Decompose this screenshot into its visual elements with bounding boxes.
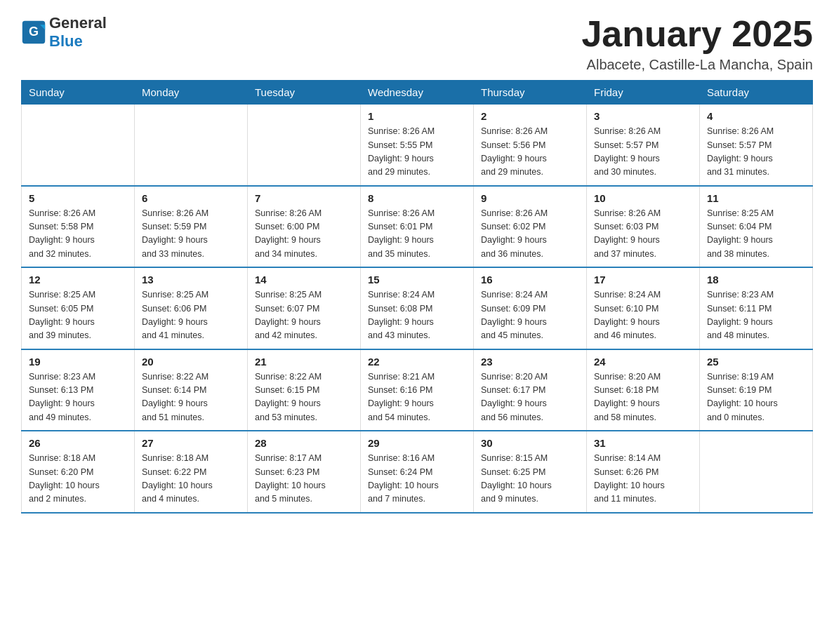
day-number: 19 bbox=[29, 356, 127, 368]
calendar-header: SundayMondayTuesdayWednesdayThursdayFrid… bbox=[22, 81, 813, 105]
calendar-day-30: 30Sunrise: 8:15 AMSunset: 6:25 PMDayligh… bbox=[474, 431, 587, 513]
title-block: January 2025 Albacete, Castille-La Manch… bbox=[581, 14, 813, 73]
day-number: 6 bbox=[142, 192, 240, 204]
day-number: 29 bbox=[368, 437, 466, 449]
day-info: Sunrise: 8:26 AMSunset: 6:03 PMDaylight:… bbox=[594, 207, 692, 262]
calendar-week-row: 26Sunrise: 8:18 AMSunset: 6:20 PMDayligh… bbox=[22, 431, 813, 513]
day-info: Sunrise: 8:24 AMSunset: 6:08 PMDaylight:… bbox=[368, 288, 466, 343]
day-info: Sunrise: 8:26 AMSunset: 6:00 PMDaylight:… bbox=[255, 207, 353, 262]
calendar-day-21: 21Sunrise: 8:22 AMSunset: 6:15 PMDayligh… bbox=[248, 349, 361, 431]
weekday-header-row: SundayMondayTuesdayWednesdayThursdayFrid… bbox=[22, 81, 813, 105]
day-number: 25 bbox=[707, 356, 805, 368]
day-info: Sunrise: 8:18 AMSunset: 6:20 PMDaylight:… bbox=[29, 452, 127, 507]
calendar-day-13: 13Sunrise: 8:25 AMSunset: 6:06 PMDayligh… bbox=[135, 267, 248, 349]
day-info: Sunrise: 8:23 AMSunset: 6:13 PMDaylight:… bbox=[29, 370, 127, 425]
calendar-day-3: 3Sunrise: 8:26 AMSunset: 5:57 PMDaylight… bbox=[587, 105, 700, 186]
page-header: G General Blue January 2025 Albacete, Ca… bbox=[21, 14, 813, 73]
day-number: 18 bbox=[707, 274, 805, 286]
day-info: Sunrise: 8:22 AMSunset: 6:14 PMDaylight:… bbox=[142, 370, 240, 425]
month-title: January 2025 bbox=[581, 14, 813, 54]
day-info: Sunrise: 8:26 AMSunset: 5:58 PMDaylight:… bbox=[29, 207, 127, 262]
weekday-header-thursday: Thursday bbox=[474, 81, 587, 105]
logo: G General Blue bbox=[21, 14, 107, 51]
calendar-week-row: 1Sunrise: 8:26 AMSunset: 5:55 PMDaylight… bbox=[22, 105, 813, 186]
day-number: 1 bbox=[368, 110, 466, 122]
calendar-week-row: 5Sunrise: 8:26 AMSunset: 5:58 PMDaylight… bbox=[22, 186, 813, 268]
calendar-day-12: 12Sunrise: 8:25 AMSunset: 6:05 PMDayligh… bbox=[22, 267, 135, 349]
day-info: Sunrise: 8:20 AMSunset: 6:17 PMDaylight:… bbox=[481, 370, 579, 425]
calendar-week-row: 12Sunrise: 8:25 AMSunset: 6:05 PMDayligh… bbox=[22, 267, 813, 349]
svg-text:G: G bbox=[29, 25, 39, 39]
day-info: Sunrise: 8:25 AMSunset: 6:05 PMDaylight:… bbox=[29, 288, 127, 343]
calendar-day-8: 8Sunrise: 8:26 AMSunset: 6:01 PMDaylight… bbox=[361, 186, 474, 268]
day-info: Sunrise: 8:17 AMSunset: 6:23 PMDaylight:… bbox=[255, 452, 353, 507]
calendar-day-18: 18Sunrise: 8:23 AMSunset: 6:11 PMDayligh… bbox=[700, 267, 813, 349]
day-number: 2 bbox=[481, 110, 579, 122]
day-number: 7 bbox=[255, 192, 353, 204]
weekday-header-monday: Monday bbox=[135, 81, 248, 105]
calendar-day-23: 23Sunrise: 8:20 AMSunset: 6:17 PMDayligh… bbox=[474, 349, 587, 431]
day-number: 28 bbox=[255, 437, 353, 449]
day-info: Sunrise: 8:26 AMSunset: 5:56 PMDaylight:… bbox=[481, 125, 579, 180]
day-number: 16 bbox=[481, 274, 579, 286]
day-info: Sunrise: 8:24 AMSunset: 6:10 PMDaylight:… bbox=[594, 288, 692, 343]
calendar-day-7: 7Sunrise: 8:26 AMSunset: 6:00 PMDaylight… bbox=[248, 186, 361, 268]
logo-icon: G bbox=[21, 20, 46, 45]
calendar-day-16: 16Sunrise: 8:24 AMSunset: 6:09 PMDayligh… bbox=[474, 267, 587, 349]
day-number: 8 bbox=[368, 192, 466, 204]
day-number: 3 bbox=[594, 110, 692, 122]
day-number: 14 bbox=[255, 274, 353, 286]
calendar-day-5: 5Sunrise: 8:26 AMSunset: 5:58 PMDaylight… bbox=[22, 186, 135, 268]
calendar-empty-cell bbox=[22, 105, 135, 186]
day-number: 13 bbox=[142, 274, 240, 286]
day-info: Sunrise: 8:26 AMSunset: 5:59 PMDaylight:… bbox=[142, 207, 240, 262]
day-info: Sunrise: 8:15 AMSunset: 6:25 PMDaylight:… bbox=[481, 452, 579, 507]
day-info: Sunrise: 8:26 AMSunset: 6:02 PMDaylight:… bbox=[481, 207, 579, 262]
calendar-empty-cell bbox=[135, 105, 248, 186]
day-info: Sunrise: 8:25 AMSunset: 6:04 PMDaylight:… bbox=[707, 207, 805, 262]
calendar-day-31: 31Sunrise: 8:14 AMSunset: 6:26 PMDayligh… bbox=[587, 431, 700, 513]
day-number: 4 bbox=[707, 110, 805, 122]
logo-text-general: General bbox=[49, 14, 107, 32]
day-number: 22 bbox=[368, 356, 466, 368]
day-info: Sunrise: 8:26 AMSunset: 5:57 PMDaylight:… bbox=[594, 125, 692, 180]
calendar-day-20: 20Sunrise: 8:22 AMSunset: 6:14 PMDayligh… bbox=[135, 349, 248, 431]
day-number: 9 bbox=[481, 192, 579, 204]
day-number: 23 bbox=[481, 356, 579, 368]
calendar-day-17: 17Sunrise: 8:24 AMSunset: 6:10 PMDayligh… bbox=[587, 267, 700, 349]
day-info: Sunrise: 8:18 AMSunset: 6:22 PMDaylight:… bbox=[142, 452, 240, 507]
location-subtitle: Albacete, Castille-La Mancha, Spain bbox=[581, 57, 813, 73]
day-info: Sunrise: 8:25 AMSunset: 6:06 PMDaylight:… bbox=[142, 288, 240, 343]
day-info: Sunrise: 8:25 AMSunset: 6:07 PMDaylight:… bbox=[255, 288, 353, 343]
day-info: Sunrise: 8:19 AMSunset: 6:19 PMDaylight:… bbox=[707, 370, 805, 425]
calendar-day-28: 28Sunrise: 8:17 AMSunset: 6:23 PMDayligh… bbox=[248, 431, 361, 513]
day-info: Sunrise: 8:16 AMSunset: 6:24 PMDaylight:… bbox=[368, 452, 466, 507]
day-number: 10 bbox=[594, 192, 692, 204]
calendar-day-24: 24Sunrise: 8:20 AMSunset: 6:18 PMDayligh… bbox=[587, 349, 700, 431]
calendar-day-14: 14Sunrise: 8:25 AMSunset: 6:07 PMDayligh… bbox=[248, 267, 361, 349]
day-number: 31 bbox=[594, 437, 692, 449]
calendar-day-10: 10Sunrise: 8:26 AMSunset: 6:03 PMDayligh… bbox=[587, 186, 700, 268]
day-number: 17 bbox=[594, 274, 692, 286]
day-info: Sunrise: 8:14 AMSunset: 6:26 PMDaylight:… bbox=[594, 452, 692, 507]
day-number: 15 bbox=[368, 274, 466, 286]
day-number: 20 bbox=[142, 356, 240, 368]
calendar-day-9: 9Sunrise: 8:26 AMSunset: 6:02 PMDaylight… bbox=[474, 186, 587, 268]
day-info: Sunrise: 8:26 AMSunset: 5:57 PMDaylight:… bbox=[707, 125, 805, 180]
day-number: 12 bbox=[29, 274, 127, 286]
day-number: 21 bbox=[255, 356, 353, 368]
weekday-header-wednesday: Wednesday bbox=[361, 81, 474, 105]
calendar-day-29: 29Sunrise: 8:16 AMSunset: 6:24 PMDayligh… bbox=[361, 431, 474, 513]
day-info: Sunrise: 8:26 AMSunset: 5:55 PMDaylight:… bbox=[368, 125, 466, 180]
weekday-header-saturday: Saturday bbox=[700, 81, 813, 105]
day-info: Sunrise: 8:24 AMSunset: 6:09 PMDaylight:… bbox=[481, 288, 579, 343]
day-info: Sunrise: 8:22 AMSunset: 6:15 PMDaylight:… bbox=[255, 370, 353, 425]
calendar-table: SundayMondayTuesdayWednesdayThursdayFrid… bbox=[21, 80, 813, 514]
day-info: Sunrise: 8:23 AMSunset: 6:11 PMDaylight:… bbox=[707, 288, 805, 343]
weekday-header-friday: Friday bbox=[587, 81, 700, 105]
day-info: Sunrise: 8:20 AMSunset: 6:18 PMDaylight:… bbox=[594, 370, 692, 425]
calendar-week-row: 19Sunrise: 8:23 AMSunset: 6:13 PMDayligh… bbox=[22, 349, 813, 431]
day-number: 24 bbox=[594, 356, 692, 368]
calendar-day-1: 1Sunrise: 8:26 AMSunset: 5:55 PMDaylight… bbox=[361, 105, 474, 186]
logo-text-blue: Blue bbox=[49, 32, 83, 50]
